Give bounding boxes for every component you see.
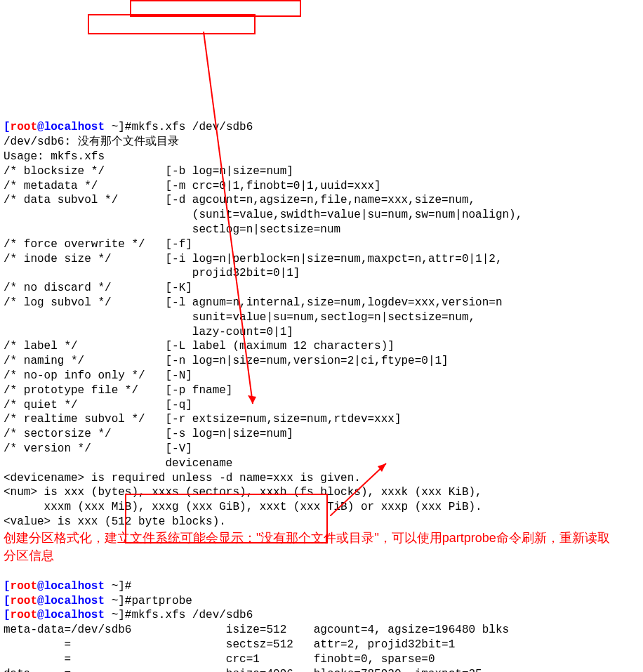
note-line: <devicename> is required unless -d name=… <box>4 472 361 485</box>
svg-marker-1 <box>248 395 256 404</box>
error-output: /dev/sdb6: 没有那个文件或目录 <box>4 136 179 148</box>
terminal-line: [root@localhost ~]#mkfs.xfs /dev/sdb6 <box>4 121 253 133</box>
terminal-line: [root@localhost ~]#partprobe <box>4 595 192 607</box>
command-text: mkfs.xfs /dev/sdb6 <box>131 609 253 621</box>
option-line: /* data subvol */ [-d agcount=n,agsize=n… <box>4 194 475 206</box>
option-line: /* no discard */ [-K] <box>4 282 192 294</box>
command-text: mkfs.xfs /dev/sdb6 <box>131 121 253 133</box>
option-line: /* no-op info only */ [-N] <box>4 369 192 382</box>
option-line: /* sectorsize */ [-s log=n|size=num] <box>4 428 293 440</box>
option-line: /* naming */ [-n log=n|size=num,version=… <box>4 355 449 367</box>
option-line: lazy-count=0|1] <box>4 326 293 338</box>
option-line: /* realtime subvol */ [-r extsize=num,si… <box>4 413 402 426</box>
option-line: /* prototype file */ [-p fname] <box>4 384 232 397</box>
option-line: /* metadata */ [-m crc=0|1,finobt=0|1,uu… <box>4 180 381 192</box>
output-line: = crc=1 finobt=0, sparse=0 <box>4 653 435 666</box>
option-line: /* inode size */ [-i log=n|perblock=n|si… <box>4 253 503 265</box>
annotation-text: 创建分区格式化，建立文件系统可能会显示："没有那个文件或目录"，可以使用part… <box>4 529 621 565</box>
option-line: devicename <box>4 457 232 470</box>
highlight-box-error <box>88 14 256 34</box>
svg-marker-3 <box>378 463 386 472</box>
option-line: /* blocksize */ [-b log=n|size=num] <box>4 165 293 178</box>
option-line: sunit=value|su=num,sectlog=n|sectsize=nu… <box>4 311 475 324</box>
option-line: /* version */ [-V] <box>4 442 192 455</box>
option-line: projid32bit=0|1] <box>4 267 300 279</box>
usage-line: Usage: mkfs.xfs <box>4 150 105 163</box>
output-line: = sectsz=512 attr=2, projid32bit=1 <box>4 638 455 651</box>
note-line: xxxm (xxx MiB), xxxg (xxx GiB), xxxt (xx… <box>4 501 482 513</box>
option-line: /* quiet */ [-q] <box>4 399 192 411</box>
option-line: (sunit=value,swidth=value|su=num,sw=num|… <box>4 209 522 221</box>
option-line: /* force overwrite */ [-f] <box>4 238 192 251</box>
terminal-line: [root@localhost ~]# <box>4 580 131 593</box>
output-line: data = bsize=4096 blocks=785920, imaxpct… <box>4 668 482 672</box>
output-line: meta-data=/dev/sdb6 isize=512 agcount=4,… <box>4 624 509 636</box>
note-line: <num> is xxx (bytes), xxxs (sectors), xx… <box>4 486 482 499</box>
option-line: /* label */ [-L label (maximum 12 charac… <box>4 340 395 353</box>
note-line: <value> is xxx (512 byte blocks). <box>4 515 226 528</box>
command-text: partprobe <box>131 595 192 607</box>
highlight-box-command <box>130 0 301 17</box>
terminal-line: [root@localhost ~]#mkfs.xfs /dev/sdb6 <box>4 609 253 621</box>
option-line: /* log subvol */ [-l agnum=n,internal,si… <box>4 296 503 309</box>
option-line: sectlog=n|sectsize=num <box>4 223 340 236</box>
